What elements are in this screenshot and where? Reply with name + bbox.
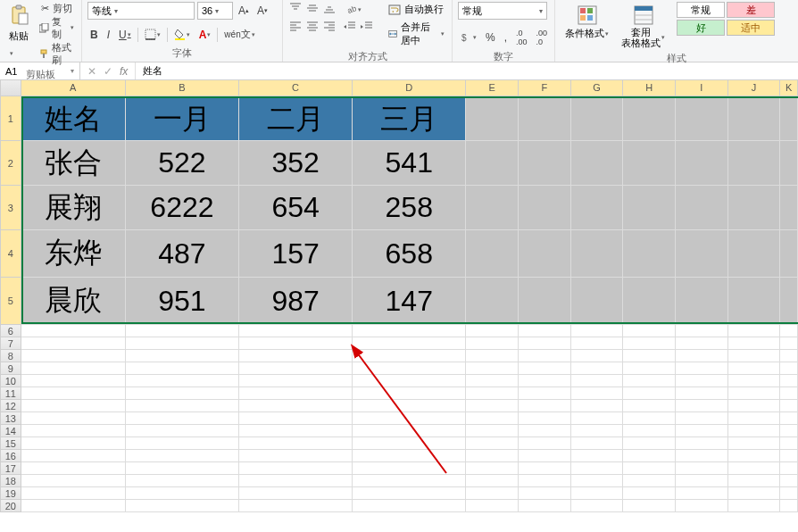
row-header-16[interactable]: 16 bbox=[0, 450, 21, 462]
cell-F18[interactable] bbox=[519, 475, 571, 487]
cell-C8[interactable] bbox=[239, 350, 353, 362]
cell-E15[interactable] bbox=[466, 437, 519, 450]
cell-F4[interactable] bbox=[519, 230, 571, 278]
font-color-button[interactable]: A▾ bbox=[196, 27, 214, 43]
cell-C10[interactable] bbox=[239, 375, 353, 387]
cell-J12[interactable] bbox=[728, 400, 781, 412]
cell-C9[interactable] bbox=[239, 362, 353, 375]
cell-G4[interactable] bbox=[571, 230, 624, 278]
cell-A10[interactable] bbox=[21, 375, 126, 387]
column-header-J[interactable]: J bbox=[728, 80, 781, 96]
cell-K15[interactable] bbox=[780, 437, 798, 450]
cell-I13[interactable] bbox=[676, 412, 728, 425]
name-box[interactable]: A1▾ bbox=[0, 62, 80, 79]
cell-D15[interactable] bbox=[353, 437, 466, 450]
table-format-button[interactable]: 套用 表格格式▾ bbox=[617, 2, 669, 50]
align-top-button[interactable] bbox=[288, 2, 303, 14]
cell-F17[interactable] bbox=[519, 462, 571, 475]
cell-K19[interactable] bbox=[780, 487, 798, 500]
cell-F19[interactable] bbox=[519, 487, 571, 500]
row-header-11[interactable]: 11 bbox=[0, 387, 21, 400]
cell-H14[interactable] bbox=[623, 425, 676, 437]
cell-B17[interactable] bbox=[126, 462, 239, 475]
cell-D2[interactable]: 541 bbox=[353, 141, 466, 186]
cell-D17[interactable] bbox=[353, 462, 466, 475]
cell-I11[interactable] bbox=[676, 387, 728, 400]
fill-color-button[interactable]: ▾ bbox=[171, 27, 193, 42]
cell-D9[interactable] bbox=[353, 362, 466, 375]
cell-J19[interactable] bbox=[728, 487, 781, 500]
cell-K17[interactable] bbox=[780, 462, 798, 475]
column-header-B[interactable]: B bbox=[126, 80, 239, 96]
cell-B3[interactable]: 6222 bbox=[126, 186, 239, 230]
cell-J18[interactable] bbox=[728, 475, 781, 487]
cell-J11[interactable] bbox=[728, 387, 781, 400]
cell-F8[interactable] bbox=[519, 350, 571, 362]
cancel-icon[interactable]: ✕ bbox=[87, 65, 96, 78]
border-button[interactable]: ▾ bbox=[142, 27, 163, 42]
cell-J9[interactable] bbox=[728, 362, 781, 375]
row-header-18[interactable]: 18 bbox=[0, 475, 21, 487]
cell-F6[interactable] bbox=[519, 325, 571, 337]
cell-C3[interactable]: 654 bbox=[239, 186, 353, 230]
cell-H15[interactable] bbox=[623, 437, 676, 450]
align-bottom-button[interactable] bbox=[322, 2, 337, 14]
row-header-19[interactable]: 19 bbox=[0, 487, 21, 500]
cell-A6[interactable] bbox=[21, 325, 126, 337]
fx-icon[interactable]: fx bbox=[120, 65, 128, 78]
cell-K20[interactable] bbox=[780, 500, 798, 512]
cell-A2[interactable]: 张合 bbox=[21, 141, 126, 186]
row-header-3[interactable]: 3 bbox=[0, 186, 21, 230]
cell-C14[interactable] bbox=[239, 425, 353, 437]
cell-A19[interactable] bbox=[21, 487, 126, 500]
cell-I6[interactable] bbox=[676, 325, 728, 337]
cell-E10[interactable] bbox=[466, 375, 519, 387]
cell-I18[interactable] bbox=[676, 475, 728, 487]
cell-I9[interactable] bbox=[676, 362, 728, 375]
cell-E1[interactable] bbox=[466, 96, 519, 141]
cell-style-good[interactable]: 好 bbox=[677, 20, 725, 36]
cell-H1[interactable] bbox=[623, 96, 676, 141]
cell-B13[interactable] bbox=[126, 412, 239, 425]
cell-C15[interactable] bbox=[239, 437, 353, 450]
cell-style-bad[interactable]: 差 bbox=[727, 2, 775, 18]
cell-K16[interactable] bbox=[780, 450, 798, 462]
cell-K14[interactable] bbox=[780, 425, 798, 437]
cell-A4[interactable]: 东烨 bbox=[21, 230, 126, 278]
cell-K6[interactable] bbox=[780, 325, 798, 337]
cell-I2[interactable] bbox=[676, 141, 728, 186]
row-header-15[interactable]: 15 bbox=[0, 437, 21, 450]
cell-E18[interactable] bbox=[466, 475, 519, 487]
cell-A13[interactable] bbox=[21, 412, 126, 425]
cell-D4[interactable]: 658 bbox=[353, 230, 466, 278]
cell-F10[interactable] bbox=[519, 375, 571, 387]
row-header-5[interactable]: 5 bbox=[0, 278, 21, 325]
cell-D7[interactable] bbox=[353, 337, 466, 350]
cell-B19[interactable] bbox=[126, 487, 239, 500]
cell-H18[interactable] bbox=[623, 475, 676, 487]
conditional-format-button[interactable]: 条件格式▾ bbox=[561, 2, 613, 42]
copy-button[interactable]: 复制▾ bbox=[37, 15, 76, 40]
cell-K4[interactable] bbox=[780, 230, 798, 278]
cell-J6[interactable] bbox=[728, 325, 781, 337]
cell-J5[interactable] bbox=[728, 278, 781, 325]
column-header-F[interactable]: F bbox=[519, 80, 571, 96]
cell-B12[interactable] bbox=[126, 400, 239, 412]
cell-H11[interactable] bbox=[623, 387, 676, 400]
cell-C5[interactable]: 987 bbox=[239, 278, 353, 325]
cell-E2[interactable] bbox=[466, 141, 519, 186]
row-header-12[interactable]: 12 bbox=[0, 400, 21, 412]
column-header-H[interactable]: H bbox=[623, 80, 676, 96]
cell-E12[interactable] bbox=[466, 400, 519, 412]
increase-decimal-button[interactable]: .0.00 bbox=[513, 27, 530, 48]
cell-E7[interactable] bbox=[466, 337, 519, 350]
cell-G8[interactable] bbox=[571, 350, 624, 362]
cell-D8[interactable] bbox=[353, 350, 466, 362]
cell-D6[interactable] bbox=[353, 325, 466, 337]
cell-D20[interactable] bbox=[353, 500, 466, 512]
cell-H4[interactable] bbox=[623, 230, 676, 278]
cell-I8[interactable] bbox=[676, 350, 728, 362]
cell-A7[interactable] bbox=[21, 337, 126, 350]
cell-B4[interactable]: 487 bbox=[126, 230, 239, 278]
cell-I3[interactable] bbox=[676, 186, 728, 230]
